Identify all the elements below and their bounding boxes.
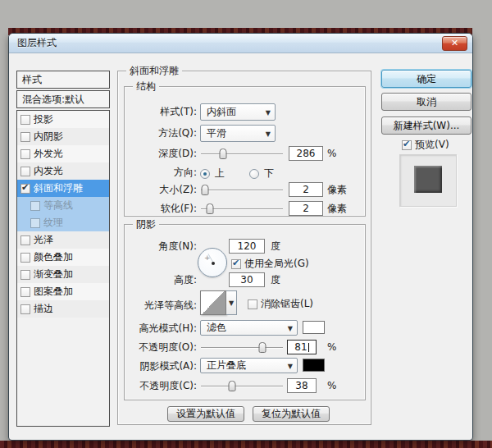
sidebar-item-drop-shadow[interactable]: 投影 bbox=[17, 111, 109, 128]
sidebar-item-pattern-overlay[interactable]: 图案叠加 bbox=[17, 283, 109, 300]
altitude-label: 高度: bbox=[130, 272, 197, 288]
dialog-titlebar[interactable]: 图层样式 ✕ bbox=[9, 34, 472, 53]
shadow-opacity-slider-track[interactable] bbox=[201, 386, 283, 387]
gloss-contour-picker[interactable] bbox=[200, 290, 226, 315]
shadow-opacity-slider-thumb[interactable] bbox=[229, 381, 236, 391]
shadow-opacity-unit: % bbox=[327, 377, 336, 394]
set-default-button[interactable]: 设置为默认值 bbox=[167, 406, 244, 422]
anti-alias-label: 消除锯齿(L) bbox=[261, 297, 313, 311]
checkbox-icon[interactable] bbox=[30, 201, 40, 211]
shadow-mode-label: 阴影模式(A): bbox=[130, 358, 197, 374]
layer-style-dialog: 图层样式 ✕ 样式 混合选项:默认 投影 内阴影 外发光 bbox=[8, 33, 473, 441]
anti-alias-row: 消除锯齿(L) bbox=[248, 297, 313, 311]
direction-down-radio[interactable] bbox=[249, 169, 259, 179]
highlight-opacity-input[interactable]: 81 bbox=[287, 340, 317, 354]
checkbox-icon[interactable] bbox=[20, 115, 30, 125]
checkbox-icon[interactable] bbox=[30, 218, 40, 228]
text-caret bbox=[308, 343, 309, 352]
shadow-color-swatch[interactable] bbox=[303, 359, 325, 372]
checkbox-icon[interactable] bbox=[20, 304, 30, 314]
shadow-opacity-row: 不透明度(C): 38 % bbox=[125, 377, 365, 395]
checkbox-icon[interactable] bbox=[20, 149, 30, 159]
ok-button[interactable]: 确定 bbox=[381, 70, 472, 88]
shadow-opacity-label: 不透明度(C): bbox=[130, 377, 197, 394]
sidebar-item-color-overlay[interactable]: 颜色叠加 bbox=[17, 249, 109, 266]
preview-square bbox=[414, 166, 442, 193]
depth-row: 深度(D): 286 % bbox=[125, 145, 365, 163]
size-input[interactable]: 2 bbox=[289, 182, 323, 197]
size-slider-track[interactable] bbox=[201, 190, 283, 191]
shadow-mode-row: 阴影模式(A): 正片叠底 ▼ bbox=[125, 358, 365, 376]
size-slider-thumb[interactable] bbox=[202, 185, 209, 195]
depth-slider-track[interactable] bbox=[201, 153, 283, 155]
shadow-opacity-input[interactable]: 38 bbox=[287, 378, 317, 393]
style-label: 样式(T): bbox=[130, 103, 197, 120]
highlight-opacity-slider-thumb[interactable] bbox=[259, 342, 266, 353]
close-button[interactable]: ✕ bbox=[442, 36, 467, 51]
size-unit: 像素 bbox=[327, 181, 347, 198]
checkbox-icon[interactable] bbox=[20, 235, 30, 245]
sidebar-item-inner-shadow[interactable]: 内阴影 bbox=[17, 128, 109, 145]
global-light-label: 使用全局光(G) bbox=[244, 257, 309, 271]
highlight-opacity-slider-track[interactable] bbox=[201, 347, 283, 349]
global-light-row: ✔ 使用全局光(G) bbox=[231, 257, 309, 271]
soften-input[interactable]: 2 bbox=[289, 201, 323, 216]
size-label: 大小(Z): bbox=[130, 181, 197, 198]
direction-row: 方向: 上 下 bbox=[125, 164, 365, 182]
cancel-button[interactable]: 取消 bbox=[381, 93, 472, 111]
dialog-title: 图层样式 bbox=[9, 36, 57, 50]
soften-slider-thumb[interactable] bbox=[207, 203, 214, 214]
method-select[interactable]: 平滑 ▼ bbox=[200, 125, 276, 142]
angle-input[interactable]: 120 bbox=[229, 239, 265, 254]
sidebar-item-label: 等高线 bbox=[43, 199, 73, 213]
shading-group: 阴影 角度(N): 120 度 + ✔ 使用全局光(G) 高度: bbox=[124, 224, 366, 400]
depth-input[interactable]: 286 bbox=[289, 146, 323, 161]
reset-default-button[interactable]: 复位为默认值 bbox=[253, 406, 330, 422]
gloss-contour-label: 光泽等高线: bbox=[130, 297, 197, 313]
direction-up-radio[interactable] bbox=[200, 169, 210, 179]
shadow-mode-select[interactable]: 正片叠底 ▼ bbox=[200, 358, 298, 373]
highlight-mode-select[interactable]: 滤色 ▼ bbox=[200, 320, 298, 336]
sidebar-item-inner-glow[interactable]: 内发光 bbox=[17, 162, 109, 180]
sidebar-item-outer-glow[interactable]: 外发光 bbox=[17, 145, 109, 162]
checkbox-icon[interactable] bbox=[20, 270, 30, 280]
styles-header-label: 样式 bbox=[22, 73, 42, 87]
sidebar-item-bevel-emboss[interactable]: ✔ 斜面和浮雕 bbox=[17, 180, 109, 197]
sidebar-item-label: 纹理 bbox=[43, 216, 63, 230]
blending-options-label: 混合选项:默认 bbox=[22, 93, 84, 107]
sidebar-item-label: 渐变叠加 bbox=[34, 267, 73, 281]
altitude-input[interactable]: 30 bbox=[229, 272, 265, 287]
chevron-down-icon[interactable]: ▼ bbox=[226, 290, 237, 315]
new-style-button[interactable]: 新建样式(W)... bbox=[381, 117, 472, 135]
depth-unit: % bbox=[327, 145, 336, 162]
style-value: 内斜面 bbox=[207, 105, 236, 119]
sidebar-item-contour[interactable]: 等高线 bbox=[17, 197, 109, 214]
highlight-color-swatch[interactable] bbox=[303, 321, 325, 334]
checkbox-icon[interactable] bbox=[20, 132, 30, 142]
preview-checkbox-row: ✔ 预览(V) bbox=[402, 138, 449, 152]
angle-row: 角度(N): 120 度 bbox=[125, 238, 365, 256]
checkbox-checked-icon[interactable]: ✔ bbox=[231, 259, 241, 269]
checkbox-icon[interactable] bbox=[248, 299, 257, 309]
angle-dial-center-dot bbox=[212, 262, 215, 265]
sidebar-item-texture[interactable]: 纹理 bbox=[17, 214, 109, 231]
sidebar-item-stroke[interactable]: 描边 bbox=[17, 300, 109, 318]
checkbox-icon[interactable] bbox=[20, 167, 30, 176]
checkbox-icon[interactable] bbox=[20, 287, 30, 297]
style-select[interactable]: 内斜面 ▼ bbox=[200, 103, 276, 121]
sidebar-styles-header[interactable]: 样式 bbox=[16, 71, 110, 89]
checkbox-checked-icon[interactable]: ✔ bbox=[402, 140, 412, 150]
depth-slider-thumb[interactable] bbox=[220, 149, 227, 159]
altitude-unit: 度 bbox=[271, 272, 280, 288]
checkbox-checked-icon[interactable]: ✔ bbox=[20, 184, 30, 194]
shadow-mode-value: 正片叠底 bbox=[207, 359, 246, 373]
gloss-contour-row: 光泽等高线: ▼ 消除锯齿(L) bbox=[125, 290, 365, 317]
chevron-down-icon: ▼ bbox=[266, 130, 271, 137]
sidebar-item-satin[interactable]: 光泽 bbox=[17, 231, 109, 249]
soften-row: 软化(F): 2 像素 bbox=[125, 200, 365, 218]
sidebar-item-gradient-overlay[interactable]: 渐变叠加 bbox=[17, 266, 109, 283]
soften-slider-track[interactable] bbox=[201, 208, 283, 210]
chevron-down-icon: ▼ bbox=[288, 324, 293, 331]
sidebar-item-blending-options[interactable]: 混合选项:默认 bbox=[16, 90, 110, 108]
checkbox-icon[interactable] bbox=[20, 253, 30, 263]
